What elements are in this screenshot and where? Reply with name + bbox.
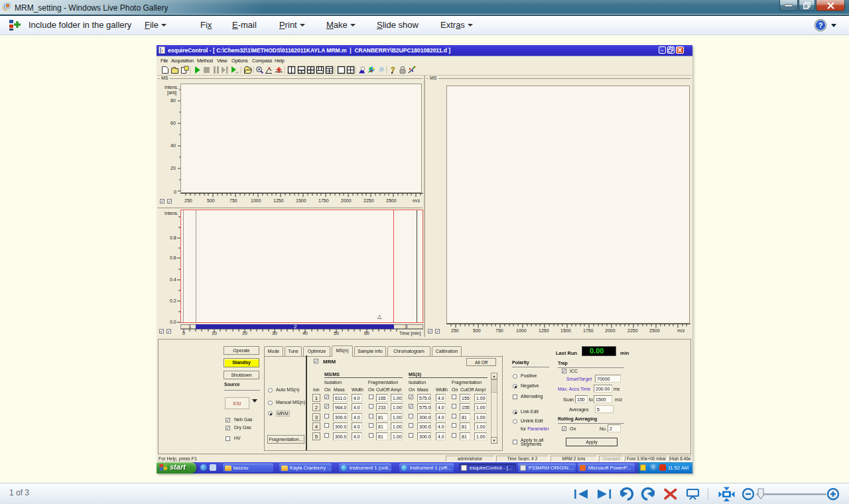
svg-text:?: ? [391,66,395,74]
svg-text:?: ? [818,21,823,29]
